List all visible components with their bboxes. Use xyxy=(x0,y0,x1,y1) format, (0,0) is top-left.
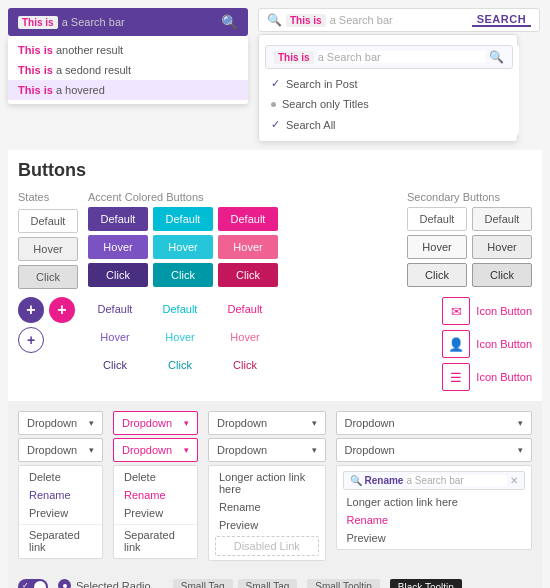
ghost-cyan-click[interactable]: Click xyxy=(150,353,210,377)
dropdown-item-longer-3[interactable]: Longer action link here xyxy=(209,468,325,498)
ghost-pink-hover[interactable]: Hover xyxy=(215,325,275,349)
accent-title: Accent Colored Buttons xyxy=(88,191,397,203)
dark-search-bar[interactable]: This is 🔍 xyxy=(8,8,248,36)
btn-sec-click-1[interactable]: Click xyxy=(407,263,467,287)
icon-btn-row-1: ✉ Icon Button xyxy=(442,297,532,325)
dropdown-item-preview-3[interactable]: Preview xyxy=(209,516,325,534)
dropdown-btn-4a[interactable]: Dropdown ▾ xyxy=(336,411,533,435)
icon-btn-user[interactable]: 👤 xyxy=(442,330,470,358)
radio-selected[interactable]: Selected Radio xyxy=(58,579,163,588)
ghost-cyan-default[interactable]: Default xyxy=(150,297,210,321)
search-icon-dark: 🔍 xyxy=(221,14,238,30)
dropdown-item-rename-3[interactable]: Rename xyxy=(209,498,325,516)
dropdown-menu-4: 🔍 Rename ✕ Longer action link here Renam… xyxy=(336,465,533,550)
search-icon-light: 🔍 xyxy=(267,13,282,27)
round-btn-pink[interactable]: + xyxy=(49,297,75,323)
main-container: This is 🔍 This is another result This is… xyxy=(0,0,550,588)
dropdown-search-bar[interactable]: This is 🔍 xyxy=(265,45,513,69)
dropdown-item-preview-4[interactable]: Preview xyxy=(337,529,532,547)
btn-pink-hover[interactable]: Hover xyxy=(218,235,278,259)
icon-btn-row-3: ☰ Icon Button xyxy=(442,363,532,391)
dropdown-item-delete-1[interactable]: Delete xyxy=(19,468,102,486)
close-icon[interactable]: ✕ xyxy=(510,475,518,486)
dropdown-item-rename-4[interactable]: Rename xyxy=(337,511,532,529)
bottom-section: ✓ ✕ Selected Radio xyxy=(8,571,542,588)
light-search-group: 🔍 This is SEARCH This is 🔍 ✓ Search in P… xyxy=(258,8,540,142)
ghost-pink-click[interactable]: Click xyxy=(215,353,275,377)
menu-search-in-post[interactable]: ✓ Search in Post xyxy=(259,73,519,94)
menu-search-all[interactable]: ✓ Search All xyxy=(259,114,519,135)
search-tag-dark: This is xyxy=(18,16,58,29)
dropdown-btn-3b[interactable]: Dropdown ▾ xyxy=(208,438,326,462)
dropdown-item-rename-2[interactable]: Rename xyxy=(114,486,197,504)
btn-default[interactable]: Default xyxy=(18,209,78,233)
btn-sec-click-2[interactable]: Click xyxy=(472,263,532,287)
icon-btn-mail[interactable]: ✉ xyxy=(442,297,470,325)
ghost-cyan-col: Default Hover Click xyxy=(150,297,210,377)
ghost-purple-click[interactable]: Click xyxy=(85,353,145,377)
dropdown-btn-3a[interactable]: Dropdown ▾ xyxy=(208,411,326,435)
dropdown-search-input[interactable] xyxy=(318,51,485,63)
ghost-pink-col: Default Hover Click xyxy=(215,297,275,377)
toggle-on-1[interactable]: ✓ xyxy=(18,579,48,588)
btn-purple-hover[interactable]: Hover xyxy=(88,235,148,259)
dark-search-input[interactable] xyxy=(62,16,221,28)
dropdown-btn-1a[interactable]: Dropdown ▾ xyxy=(18,411,103,435)
states-title: States xyxy=(18,191,78,203)
btn-cyan-hover[interactable]: Hover xyxy=(153,235,213,259)
btn-purple-click[interactable]: Click xyxy=(88,263,148,287)
btn-cyan-click[interactable]: Click xyxy=(153,263,213,287)
secondary-buttons-group: Secondary Buttons Default Hover Click De… xyxy=(407,191,532,287)
pink-btn-col: Default Hover Click xyxy=(218,207,278,287)
btn-click[interactable]: Click xyxy=(18,265,78,289)
dropdown-item-sep-1[interactable]: Separated link xyxy=(19,524,102,556)
dropdown-item-preview-2[interactable]: Preview xyxy=(114,504,197,522)
btn-sec-hover-1[interactable]: Hover xyxy=(407,235,467,259)
search-results-dropdown: This is another result This is a sedond … xyxy=(8,36,248,104)
ghost-pink-default[interactable]: Default xyxy=(215,297,275,321)
icon-btn-list[interactable]: ☰ xyxy=(442,363,470,391)
tooltips-colored-group: Black Tooltip Black Tooltip xyxy=(390,579,462,588)
btn-sec-default-1[interactable]: Default xyxy=(407,207,467,231)
btn-sec-default-2[interactable]: Default xyxy=(472,207,532,231)
round-btn-purple[interactable]: + xyxy=(18,297,44,323)
dropdown-btn-2a[interactable]: Dropdown ▾ xyxy=(113,411,198,435)
ghost-purple-default[interactable]: Default xyxy=(85,297,145,321)
menu-search-titles[interactable]: Search only Titles xyxy=(259,94,519,114)
dropdowns-section: Dropdown ▾ Dropdown ▾ Delete Rename Prev… xyxy=(8,401,542,571)
search-button[interactable]: SEARCH xyxy=(472,13,531,27)
btn-pink-click[interactable]: Click xyxy=(218,263,278,287)
icon-btn-row-2: 👤 Icon Button xyxy=(442,330,532,358)
dropdown-item-longer-4[interactable]: Longer action link here xyxy=(337,493,532,511)
ghost-cyan-hover[interactable]: Hover xyxy=(150,325,210,349)
purple-btn-col: Default Hover Click xyxy=(88,207,148,287)
dropdown-item-delete-2[interactable]: Delete xyxy=(114,468,197,486)
dropdown-btn-1b[interactable]: Dropdown ▾ xyxy=(18,438,103,462)
dropdown-arrow-3b: ▾ xyxy=(312,445,317,455)
dropdown-btn-4b[interactable]: Dropdown ▾ xyxy=(336,438,533,462)
result-item-2[interactable]: This is a sedond result xyxy=(8,60,248,80)
dropdown-arrow-3a: ▾ xyxy=(312,418,317,428)
dropdown-search-row[interactable]: 🔍 Rename ✕ xyxy=(343,471,526,490)
light-search-input[interactable] xyxy=(330,14,468,26)
result-item-3[interactable]: This is a hovered xyxy=(8,80,248,100)
dropdown-arrow-2a: ▾ xyxy=(184,418,189,428)
dropdown-search-input-4[interactable] xyxy=(406,475,507,486)
ghost-purple-hover[interactable]: Hover xyxy=(85,325,145,349)
dropdown-arrow-4b: ▾ xyxy=(518,445,523,455)
ghost-buttons-group: Default Hover Click Default Hover Click … xyxy=(85,297,275,377)
btn-hover[interactable]: Hover xyxy=(18,237,78,261)
dropdown-arrow-2b: ▾ xyxy=(184,445,189,455)
result-item-1[interactable]: This is another result xyxy=(8,40,248,60)
round-btn-outline[interactable]: + xyxy=(18,327,44,353)
dropdown-item-preview-1[interactable]: Preview xyxy=(19,504,102,522)
dropdown-arrow-1a: ▾ xyxy=(89,418,94,428)
dropdown-btn-2b[interactable]: Dropdown ▾ xyxy=(113,438,198,462)
btn-pink-default[interactable]: Default xyxy=(218,207,278,231)
btn-purple-default[interactable]: Default xyxy=(88,207,148,231)
dropdown-item-rename-1[interactable]: Rename xyxy=(19,486,102,504)
btn-sec-hover-2[interactable]: Hover xyxy=(472,235,532,259)
dropdown-item-sep-2[interactable]: Separated link xyxy=(114,524,197,556)
btn-cyan-default[interactable]: Default xyxy=(153,207,213,231)
light-search-bar[interactable]: 🔍 This is SEARCH xyxy=(258,8,540,32)
